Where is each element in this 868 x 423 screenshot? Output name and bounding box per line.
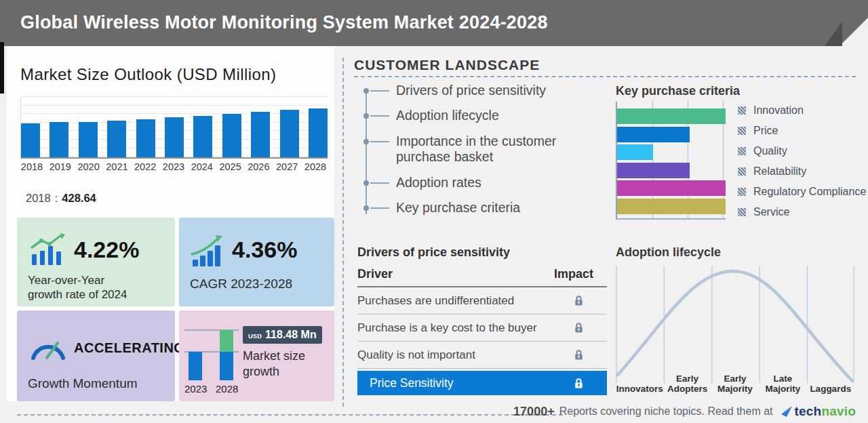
growth-arrow-icon [190, 234, 226, 268]
driver-label: Purchase is a key cost to the buyer [357, 321, 537, 335]
key-purchase-criteria-title: Key purchase criteria [616, 84, 740, 98]
brand-text-green: navio [821, 404, 856, 419]
growth-year-start: 2023 [184, 383, 207, 395]
stage-label-late-majority: LateMajority [759, 365, 806, 395]
stage-label-early-majority: EarlyMajority [711, 365, 759, 395]
market-bar-2018 [21, 123, 40, 157]
market-bar-2021 [107, 121, 126, 157]
growth-bar-2023 [189, 352, 202, 380]
footer: 17000+ Reports covering niche topics. Re… [513, 404, 856, 419]
market-bar-2020 [79, 122, 98, 157]
cagr-label: CAGR 2023-2028 [190, 276, 292, 292]
driver-row-purchase-is-a-key-cost-to-the-buyer: Purchase is a key cost to the buyer [357, 315, 607, 342]
x-tick-2021: 2021 [105, 161, 128, 172]
growth-label: Market size growth [243, 348, 319, 379]
x-tick-2020: 2020 [77, 161, 100, 172]
infographic-root: Global Wireless Motor Monitoring System … [0, 0, 868, 423]
growth-bar-2028-delta [220, 330, 233, 352]
growth-amount: 118.48 Mn [265, 329, 317, 341]
base-year: 2018 [26, 192, 51, 204]
customer-landscape-title: CUSTOMER LANDSCAPE [354, 57, 540, 73]
market-bar-2025 [222, 114, 241, 157]
page-corner-fold-icon [825, 22, 842, 46]
page-corner-cut [840, 18, 868, 46]
market-size-growth-card: 2023 2028 USD 118.48 Mn Market size grow… [179, 310, 334, 401]
legend-item-relatability: Relatability [738, 164, 866, 178]
footer-text: Reports covering niche topics. Read them… [559, 405, 773, 418]
market-size-panel: Market Size Outlook (USD Million) 201820… [7, 46, 334, 401]
footer-divider [17, 414, 563, 416]
stage-label-early-adopters: EarlyAdopters [663, 365, 711, 395]
momentum-value: ACCELERATING [74, 340, 184, 356]
legend-item-innovation: Innovation [738, 103, 866, 117]
column-driver: Driver [357, 267, 393, 281]
market-bar-2019 [50, 122, 68, 157]
legend-marker-icon [738, 127, 746, 135]
driver-row-purchases-are-undifferentiated: Purchases are undifferentiated [357, 287, 607, 315]
legend-label: Service [753, 206, 789, 218]
technavio-arrow-icon [781, 405, 793, 418]
page-title: Global Wireless Motor Monitoring System … [20, 0, 548, 45]
vertical-separator [342, 58, 344, 407]
driver-label: Quality is not important [357, 348, 475, 362]
x-tick-2025: 2025 [219, 161, 242, 172]
legend-label: Relatability [753, 165, 806, 178]
header-bar: Global Wireless Motor Monitoring System … [0, 0, 868, 46]
landscape-item-adoption-lifecycle: Adoption lifecycle [366, 108, 590, 123]
x-tick-2024: 2024 [191, 161, 214, 172]
x-tick-2019: 2019 [49, 161, 72, 172]
table-header-row: Driver Impact [357, 267, 607, 287]
adoption-lifecycle-title: Adoption lifecycle [616, 245, 721, 260]
growth-amount-badge: USD 118.48 Mn [243, 326, 322, 344]
kpc-bar-innovation [617, 108, 726, 124]
legend-marker-icon [738, 208, 746, 216]
legend-label: Quality [753, 145, 787, 157]
legend-marker-icon [738, 188, 746, 196]
price-sensitivity-table: Driver Impact Purchases are undifferenti… [357, 267, 607, 395]
market-bar-2026 [251, 112, 270, 157]
growth-currency: USD [248, 332, 262, 340]
bar-trend-icon [29, 233, 67, 266]
kpc-bar-relatability [617, 163, 690, 178]
x-tick-2028: 2028 [304, 161, 327, 172]
price-sensitivity-title: Drivers of price sensitivity [357, 245, 510, 260]
lock-icon [572, 348, 585, 361]
legend-item-quality: Quality [738, 144, 866, 158]
kpc-bar-quality [617, 144, 653, 160]
adoption-lifecycle-chart: InnovatorsEarlyAdoptersEarlyMajorityLate… [616, 264, 854, 395]
column-impact: Impact [554, 267, 593, 281]
market-bar-2023 [165, 117, 184, 157]
market-bar-2027 [280, 110, 299, 157]
stage-label-laggards: Laggards [807, 365, 854, 395]
legend-marker-icon [738, 147, 746, 155]
driver-label: Purchases are undifferentiated [357, 294, 514, 308]
kpc-bar-regulatory-compliance [617, 180, 726, 196]
x-tick-2023: 2023 [162, 161, 185, 172]
market-size-x-axis: 2018201920202021202220232024202520262027… [20, 161, 327, 172]
x-tick-2018: 2018 [20, 161, 43, 172]
key-purchase-criteria-legend: InnovationPriceQualityRelatabilityRegula… [738, 103, 866, 225]
lock-icon [572, 294, 585, 307]
market-bar-2022 [136, 119, 155, 158]
legend-item-regulatory-compliance: Regulatory Compliance [738, 184, 866, 199]
lock-icon [572, 377, 585, 390]
legend-label: Price [753, 125, 778, 137]
x-tick-2026: 2026 [247, 161, 270, 172]
report-count: 17000+ [513, 405, 555, 419]
market-bar-2028 [309, 108, 328, 157]
price-sensitivity-highlight-row: Price Sensitivity [357, 371, 607, 395]
landscape-item-key-purchase-criteria: Key purchase criteria [366, 200, 590, 216]
momentum-label: Growth Momentum [28, 376, 138, 392]
customer-landscape-list: Drivers of price sensitivityAdoption lif… [366, 83, 590, 225]
growth-momentum-card: ACCELERATING Growth Momentum [17, 310, 175, 401]
kpc-bar-service [617, 199, 726, 214]
x-tick-2022: 2022 [134, 161, 157, 172]
lock-icon [572, 321, 585, 334]
technavio-logo: tech navio [781, 404, 856, 419]
base-year-value: 428.64 [62, 192, 96, 204]
key-purchase-criteria-chart [616, 102, 726, 220]
highlight-row-label: Price Sensitivity [370, 376, 454, 390]
driver-row-quality-is-not-important: Quality is not important [357, 342, 607, 369]
stage-label-innovators: Innovators [616, 365, 663, 395]
cagr-value: 4.36% [232, 237, 297, 263]
